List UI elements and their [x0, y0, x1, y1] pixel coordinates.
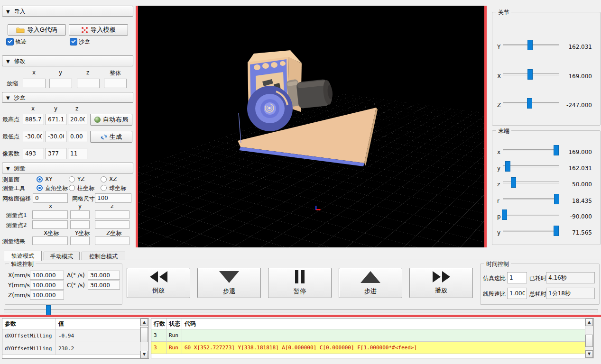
slider-track[interactable] [503, 214, 559, 216]
lowest-y-input[interactable] [46, 131, 66, 142]
grid-offset-input[interactable] [33, 193, 68, 203]
result-y-input[interactable] [70, 237, 90, 245]
plane-radio-xy[interactable] [37, 176, 43, 182]
point2-x-input[interactable] [32, 220, 68, 229]
measure-col-y: y [78, 203, 82, 209]
pause-button[interactable]: 暂停 [268, 268, 332, 298]
auto-layout-button[interactable]: 自动布局 [90, 114, 132, 126]
lowest-x-input[interactable] [23, 131, 44, 142]
progress-slider[interactable] [4, 309, 598, 312]
axis-marker-x [316, 209, 321, 210]
sandbox-section-header[interactable]: ▼ 沙盒 [2, 92, 133, 103]
speed-a-input[interactable] [88, 271, 120, 280]
highest-y-input[interactable] [46, 114, 66, 125]
sim-ratio-input[interactable] [507, 272, 527, 283]
scale-z-input[interactable] [77, 79, 100, 88]
lowest-z-input[interactable] [68, 131, 87, 142]
tool-radio-cylindrical[interactable] [69, 185, 75, 191]
progress-slider-handle[interactable] [46, 305, 51, 315]
scale-all-input[interactable] [104, 79, 127, 88]
slider-handle[interactable] [527, 98, 532, 109]
tool-radio-spherical[interactable] [101, 185, 107, 191]
scroll-down-icon[interactable]: ▼ [585, 350, 593, 358]
point1-x-input[interactable] [32, 210, 68, 219]
slider-handle[interactable] [505, 161, 510, 172]
slider-handle[interactable] [527, 69, 533, 80]
modify-section-header[interactable]: ▼ 修改 [2, 55, 133, 66]
pixels-z-input[interactable] [68, 148, 87, 159]
code-line-cell: 3 [151, 329, 166, 341]
tab-manual-mode[interactable]: 手动模式 [44, 252, 80, 260]
end-group-title: 末端 [496, 127, 511, 135]
end-slider-z[interactable] [503, 177, 559, 188]
param-table-row[interactable]: dYOffsetMilling 230.2 [2, 342, 140, 355]
slider-track[interactable] [503, 165, 559, 167]
scroll-down-icon[interactable]: ▼ [140, 351, 148, 358]
speed-c-input[interactable] [88, 281, 120, 290]
point2-z-input[interactable] [95, 220, 129, 229]
speed-z-input[interactable] [30, 291, 64, 300]
viewport-3d[interactable] [136, 6, 487, 247]
plane-radio-yz[interactable] [69, 176, 75, 182]
result-z-input[interactable] [95, 237, 129, 245]
step-forward-button[interactable]: 步进 [339, 268, 402, 298]
generate-button[interactable]: 生成 [90, 131, 132, 143]
measure-section-header[interactable]: ▼ 测量 [2, 163, 133, 173]
code-table-scrollbar[interactable]: ▲ ▼ [585, 318, 593, 358]
import-gcode-button[interactable]: 导入G代码 [8, 24, 66, 36]
plane-radio-xz[interactable] [101, 176, 107, 182]
slider-handle[interactable] [502, 209, 507, 220]
import-template-button[interactable]: 导入模板 [69, 24, 128, 36]
result-x-input[interactable] [32, 237, 68, 245]
end-slider-p[interactable] [503, 209, 559, 220]
scale-y-input[interactable] [49, 79, 72, 88]
simulation-app-window: ▼ 导入 导入G代码 导入模板 轨迹 沙盒 ▼ 修改 x y z 整体 放缩 ▼… [0, 0, 601, 364]
param-value-cell: 230.2 [56, 342, 140, 355]
param-table-row[interactable]: dXOffsetMilling -0.94 [2, 329, 140, 342]
wheel-center [268, 107, 271, 109]
scrollbar-thumb[interactable] [140, 327, 148, 342]
slider-track[interactable] [503, 149, 559, 151]
sandbox-checkbox[interactable] [70, 38, 77, 46]
joint-slider-y[interactable] [503, 40, 559, 50]
segment-ratio-input[interactable] [507, 288, 527, 299]
import-section-header[interactable]: ▼ 导入 [2, 6, 133, 17]
play-button[interactable]: 播放 [409, 268, 473, 298]
point1-y-input[interactable] [70, 210, 90, 219]
joints-group-title: 关节 [496, 9, 511, 17]
highest-x-input[interactable] [23, 114, 44, 125]
end-slider-x[interactable] [503, 145, 559, 155]
scale-x-input[interactable] [23, 79, 46, 88]
pixels-y-input[interactable] [46, 148, 66, 159]
joint-slider-z[interactable] [503, 98, 559, 109]
highest-z-input[interactable] [68, 114, 87, 125]
tool-radio-cartesian[interactable] [37, 185, 43, 191]
end-slider-y[interactable] [503, 161, 559, 172]
measure-col-z: z [111, 203, 113, 209]
speed-x-input[interactable] [30, 271, 64, 280]
joint-slider-value: -247.000 [554, 102, 592, 109]
speed-y-input[interactable] [30, 281, 64, 290]
slider-track[interactable] [503, 198, 559, 200]
point2-y-input[interactable] [70, 220, 90, 229]
grid-size-input[interactable] [95, 193, 131, 203]
scrollbar-thumb[interactable] [585, 335, 593, 347]
slider-handle[interactable] [511, 177, 516, 188]
rewind-button[interactable]: 倒放 [127, 268, 190, 298]
code-table-row[interactable]: 3 Run [151, 329, 585, 342]
tab-console-mode[interactable]: 控制台模式 [82, 252, 125, 260]
step-back-button[interactable]: 步退 [197, 268, 261, 298]
param-table-scrollbar[interactable]: ▲ ▼ [140, 318, 148, 358]
scroll-up-icon[interactable]: ▲ [140, 318, 148, 326]
slider-track[interactable] [503, 230, 559, 232]
slider-handle[interactable] [527, 40, 533, 50]
code-table-row[interactable]: 3 Run G0 X[352.727273] Y[338.181818] A[0… [151, 342, 585, 354]
joint-slider-x[interactable] [503, 69, 559, 80]
pixels-x-input[interactable] [23, 148, 44, 159]
scroll-up-icon[interactable]: ▲ [585, 318, 593, 326]
end-slider-yaw[interactable] [503, 226, 559, 236]
end-slider-r[interactable] [503, 194, 559, 204]
track-checkbox[interactable] [6, 38, 14, 46]
tab-trajectory-mode[interactable]: 轨迹模式 [4, 251, 42, 261]
point1-z-input[interactable] [95, 210, 129, 219]
